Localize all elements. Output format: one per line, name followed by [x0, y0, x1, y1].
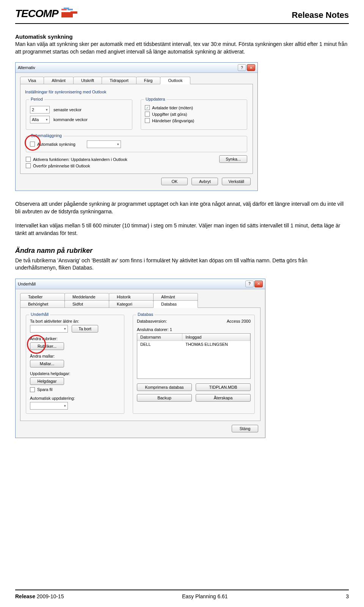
- dialog2-tabcontent: Underhåll Ta bort aktiviteter äldre än: …: [20, 307, 260, 421]
- cb-handelser[interactable]: Händelser (långvariga): [145, 118, 243, 123]
- section1-para: Man kan välja att synkning sker per auto…: [15, 41, 349, 55]
- tab-allmant2[interactable]: Allmänt: [153, 293, 198, 301]
- page-header: TECOMP Release Notes: [15, 8, 349, 24]
- cb-uppgifter[interactable]: Uppgifter (att göra): [145, 112, 243, 117]
- dialog2-tabs-row2: Behörighet Sidfot Kategori Databas: [20, 300, 260, 308]
- auto-uppdatering-dropdown[interactable]: [30, 402, 68, 410]
- close-icon[interactable]: ✕: [247, 64, 255, 71]
- dialog2-tabs-row1: Tabeller Meddelande Historik Allmänt: [20, 293, 260, 301]
- help-icon[interactable]: ?: [245, 281, 254, 287]
- label-andra-mallar: Ändra mallar:: [30, 354, 120, 358]
- synka-button[interactable]: Synka...: [219, 155, 247, 163]
- page-footer: Release 2009-10-15 Easy Planning 6.61 3: [15, 590, 349, 599]
- tab-visa[interactable]: Visa: [20, 77, 44, 84]
- tab-outlook[interactable]: Outlook: [160, 77, 190, 84]
- svg-rect-4: [71, 11, 77, 14]
- tidplan-button[interactable]: TIDPLAN.MDB: [196, 383, 251, 391]
- cell-datornamn: DELL: [137, 341, 182, 348]
- footer-left: Release 2009-10-15: [15, 593, 64, 599]
- para-intervallet: Intervallet kan väljas mellan 5 till 600…: [15, 222, 349, 237]
- col-inloggad: Inloggad: [182, 334, 250, 341]
- para-observera: Observera att under pågående synkning är…: [15, 200, 349, 215]
- dialog-underhall: Underhåll ? ✕ Tabeller Meddelande Histor…: [15, 279, 265, 438]
- fieldset-underhall: Underhåll Ta bort aktiviteter äldre än: …: [26, 315, 124, 414]
- tab-databas[interactable]: Databas: [153, 300, 198, 308]
- label-anslutna: Anslutna datorer: 1: [137, 327, 251, 332]
- tab-meddelande[interactable]: Meddelande: [64, 293, 109, 301]
- help-icon[interactable]: ?: [238, 64, 246, 71]
- footer-page: 3: [346, 593, 349, 599]
- dialog1-tabs: Visa Allmänt Utskrift Tidrapport Färg Ou…: [20, 77, 253, 84]
- dialog2-title: Underhåll: [18, 282, 36, 286]
- legend-underhall: Underhåll: [29, 312, 50, 317]
- label-andra-rubriker: Ändra rubriker:: [30, 336, 120, 341]
- dialog1-subheading: Inställningar för synkronisering med Out…: [25, 90, 249, 94]
- footer-center: Easy Planning 6.61: [182, 593, 228, 599]
- logo-icon: [61, 8, 77, 20]
- section2-para: De två rubrikerna 'Ansvarig' och 'Bestäl…: [15, 257, 349, 272]
- logo-text: TECOMP: [15, 8, 58, 19]
- section2-title: Ändra namn på rubriker: [15, 247, 349, 255]
- fieldset-schema: Schemaläggning Automatisk synkning: [26, 136, 247, 152]
- cb-spara-fil[interactable]: Spara fil: [30, 387, 120, 392]
- col-datornamn: Datornamn: [137, 334, 182, 341]
- fieldset-period: Period 2 senaste veckor Alla kommande ve…: [26, 99, 132, 130]
- label-tabort: Ta bort aktiviteter äldre än:: [30, 319, 120, 323]
- ok-button[interactable]: OK: [161, 178, 188, 185]
- tab-tabeller[interactable]: Tabeller: [20, 293, 65, 301]
- cb-avtalade[interactable]: ✓Avtalade tider (möten): [145, 105, 243, 110]
- tab-historik[interactable]: Historik: [109, 293, 154, 301]
- rubriker-button[interactable]: Rubriker...: [30, 342, 64, 350]
- mallar-button[interactable]: Mallar...: [30, 360, 64, 367]
- period-coming-weeks-dropdown[interactable]: Alla: [30, 116, 50, 123]
- cb-aktivera-funktion[interactable]: Aktivera funktionen: Uppdatera kalendern…: [26, 157, 127, 162]
- tab-allmant[interactable]: Allmänt: [44, 77, 74, 84]
- tab-kategori[interactable]: Kategori: [109, 300, 154, 308]
- tab-farg[interactable]: Färg: [136, 77, 161, 84]
- table-row[interactable]: DELL THOMAS ELLINGSEN: [137, 341, 250, 348]
- legend-uppdatera: Uppdatera: [144, 97, 166, 101]
- tab-sidfot[interactable]: Sidfot: [64, 300, 109, 308]
- legend-databas: Databas: [136, 312, 155, 317]
- komprimera-button[interactable]: Komprimera databas: [137, 383, 192, 391]
- footer-release-label: Release: [15, 593, 35, 599]
- label-uppdatera-helgdagar: Uppdatera helgdagar:: [30, 371, 120, 376]
- auto-synk-interval-dropdown[interactable]: [87, 140, 121, 148]
- period-label-recent: senaste veckor: [53, 107, 82, 112]
- fieldset-uppdatera: Uppdatera ✓Avtalade tider (möten) Uppgif…: [141, 99, 247, 130]
- dialog2-titlebar: Underhåll ? ✕: [16, 279, 265, 289]
- label-dbversion: Databasversion:: [137, 319, 167, 323]
- cb-overfor-paminnelse[interactable]: Överför påminnelse till Outlook: [26, 163, 127, 168]
- value-dbversion: Access 2000: [227, 319, 251, 323]
- period-label-coming: kommande veckor: [53, 117, 88, 122]
- stang-button[interactable]: Stäng: [232, 425, 258, 432]
- aterskapa-button[interactable]: Återskapa: [196, 394, 251, 402]
- cell-inloggad: THOMAS ELLINGSEN: [182, 341, 250, 348]
- tab-utskrift[interactable]: Utskrift: [73, 77, 102, 84]
- legend-period: Period: [29, 97, 44, 101]
- connected-computers-list[interactable]: Datornamn Inloggad DELL THOMAS ELLINGSEN: [137, 333, 251, 379]
- label-auto-uppdatering: Automatisk uppdatering:: [30, 396, 120, 400]
- tab-behorighet[interactable]: Behörighet: [20, 300, 65, 308]
- release-notes-heading: Release Notes: [292, 10, 349, 20]
- avbryt-button[interactable]: Avbryt: [191, 178, 218, 185]
- period-recent-weeks-dropdown[interactable]: 2: [30, 106, 50, 114]
- section1-title: Automatisk synkning: [15, 33, 349, 40]
- dialog1-tabcontent: Inställningar för synkronisering med Out…: [20, 84, 253, 174]
- close-icon[interactable]: ✕: [254, 281, 263, 287]
- dialog1-title: Alternativ: [18, 65, 35, 70]
- verkstall-button[interactable]: Verkställ: [222, 178, 251, 185]
- tab-tidrapport[interactable]: Tidrapport: [102, 77, 136, 84]
- fieldset-databas: Databas Databasversion: Access 2000 Ansl…: [133, 315, 255, 414]
- logo: TECOMP: [15, 8, 77, 20]
- cb-auto-synk[interactable]: Automatisk synkning: [30, 142, 75, 147]
- dialog1-titlebar: Alternativ ? ✕: [16, 63, 257, 73]
- helgdagar-button[interactable]: Helgdagar: [30, 377, 64, 385]
- backup-button[interactable]: Backup: [137, 394, 192, 402]
- footer-release-date: 2009-10-15: [37, 593, 64, 599]
- svg-rect-2: [67, 9, 73, 10]
- tabort-date-dropdown[interactable]: [30, 325, 68, 333]
- dialog-alternativ: Alternativ ? ✕ Visa Allmänt Utskrift Tid…: [15, 62, 258, 191]
- tabort-button[interactable]: Ta bort: [72, 325, 98, 333]
- legend-schema: Schemaläggning: [29, 133, 63, 138]
